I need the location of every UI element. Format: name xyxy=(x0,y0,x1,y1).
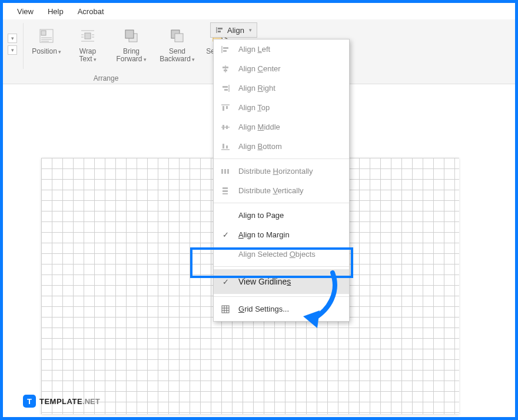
check-icon: ✓ xyxy=(220,277,231,286)
bring-forward-icon xyxy=(121,25,142,47)
align-to-page-item[interactable]: Align to Page xyxy=(214,206,349,225)
align-dropdown-button[interactable]: Align ▾ xyxy=(210,22,257,38)
distribute-h-icon xyxy=(220,167,231,176)
separator xyxy=(214,266,349,267)
menu-view[interactable]: View xyxy=(17,7,34,16)
align-right-icon xyxy=(220,84,231,92)
svg-rect-15 xyxy=(175,34,183,42)
grid-icon xyxy=(220,305,231,313)
svg-rect-5 xyxy=(85,33,91,39)
chevron-down-icon: ▾ xyxy=(249,27,252,33)
svg-rect-37 xyxy=(226,145,228,148)
bring-label: Bring Forward xyxy=(116,47,142,63)
wrap-text-icon xyxy=(77,25,98,47)
view-gridlines-item[interactable]: ✓ View Gridlines xyxy=(214,269,349,294)
svg-rect-41 xyxy=(223,187,228,189)
align-label: Align xyxy=(227,26,244,35)
align-middle-icon xyxy=(220,123,231,131)
align-center-icon xyxy=(220,65,231,73)
app-frame: View Help Acrobat ▾ ▾ Position▾ Wrap Tex… xyxy=(0,0,518,420)
quick-chevrons: ▾ ▾ xyxy=(8,23,17,55)
bring-forward-button[interactable]: Bring Forward▾ xyxy=(108,23,154,63)
svg-rect-28 xyxy=(224,89,228,91)
menu-acrobat[interactable]: Acrobat xyxy=(78,7,104,16)
logo-text: TEMPLATE.NET xyxy=(39,397,100,406)
align-to-page-label: Align to Page xyxy=(238,211,284,220)
separator xyxy=(214,296,349,297)
separator xyxy=(214,203,349,203)
position-button[interactable]: Position▾ xyxy=(26,23,67,55)
svg-rect-21 xyxy=(223,47,228,49)
svg-rect-40 xyxy=(227,169,229,174)
align-middle-item[interactable]: Align Middle xyxy=(214,117,349,137)
svg-rect-13 xyxy=(125,30,134,38)
separator xyxy=(214,158,349,159)
svg-rect-1 xyxy=(41,31,46,35)
menubar: View Help Acrobat xyxy=(3,3,515,19)
align-top-icon xyxy=(220,104,231,112)
send-label: Send Backward xyxy=(160,47,191,63)
svg-rect-19 xyxy=(218,31,221,32)
menu-help[interactable]: Help xyxy=(48,7,64,16)
distribute-vertical-item[interactable]: Distribute Vertically xyxy=(214,181,349,200)
svg-rect-18 xyxy=(218,28,223,29)
svg-rect-34 xyxy=(226,125,228,129)
svg-rect-33 xyxy=(223,125,224,130)
svg-rect-24 xyxy=(223,67,228,68)
align-icon xyxy=(215,26,224,34)
svg-rect-39 xyxy=(224,169,226,174)
align-selected-objects-item[interactable]: Align Selected Objects xyxy=(214,244,349,264)
send-backward-icon xyxy=(167,25,188,47)
svg-rect-38 xyxy=(221,169,223,174)
align-to-margin-item[interactable]: ✓ Align to Margin xyxy=(214,225,349,244)
svg-rect-42 xyxy=(223,190,228,192)
svg-rect-27 xyxy=(223,86,228,88)
svg-rect-43 xyxy=(223,193,228,194)
distribute-horizontal-item[interactable]: Distribute Horizontally xyxy=(214,161,349,181)
svg-rect-44 xyxy=(222,306,229,313)
svg-rect-22 xyxy=(223,50,227,52)
align-menu: Align Left Align Center Align Right Alig… xyxy=(213,39,350,322)
group-label-arrange: Arrange xyxy=(3,74,209,82)
align-bottom-icon xyxy=(220,143,231,151)
grid-settings-item[interactable]: Grid Settings... xyxy=(214,299,349,319)
watermark-logo: T TEMPLATE.NET xyxy=(23,395,100,408)
check-icon: ✓ xyxy=(220,230,231,239)
svg-rect-30 xyxy=(223,106,224,111)
svg-rect-25 xyxy=(224,70,227,71)
l: L xyxy=(258,45,262,54)
distribute-v-icon xyxy=(220,187,231,195)
chevron-down-icon: ▾ xyxy=(94,57,97,62)
align-bottom-item[interactable]: Align Bottom xyxy=(214,137,349,156)
chevron-down-icon: ▾ xyxy=(144,57,147,62)
position-icon xyxy=(36,25,57,47)
quick-btn-2[interactable]: ▾ xyxy=(8,45,17,55)
quick-btn-1[interactable]: ▾ xyxy=(8,34,17,43)
chevron-down-icon: ▾ xyxy=(192,57,195,62)
align-center-item[interactable]: Align Center xyxy=(214,59,349,78)
send-backward-button[interactable]: Send Backward▾ xyxy=(154,23,200,63)
chevron-down-icon: ▾ xyxy=(58,49,61,55)
align-top-item[interactable]: Align Top xyxy=(214,98,349,117)
svg-rect-31 xyxy=(226,106,228,109)
align-left-icon xyxy=(220,45,231,54)
align-right-item[interactable]: Align Right xyxy=(214,78,349,98)
logo-t-icon: T xyxy=(23,395,36,408)
align-left-item[interactable]: Align Left xyxy=(214,39,349,59)
svg-rect-36 xyxy=(223,144,224,148)
divider xyxy=(23,23,24,69)
wrap-text-button[interactable]: Wrap Text▾ xyxy=(67,23,108,63)
position-label: Position xyxy=(32,47,57,55)
